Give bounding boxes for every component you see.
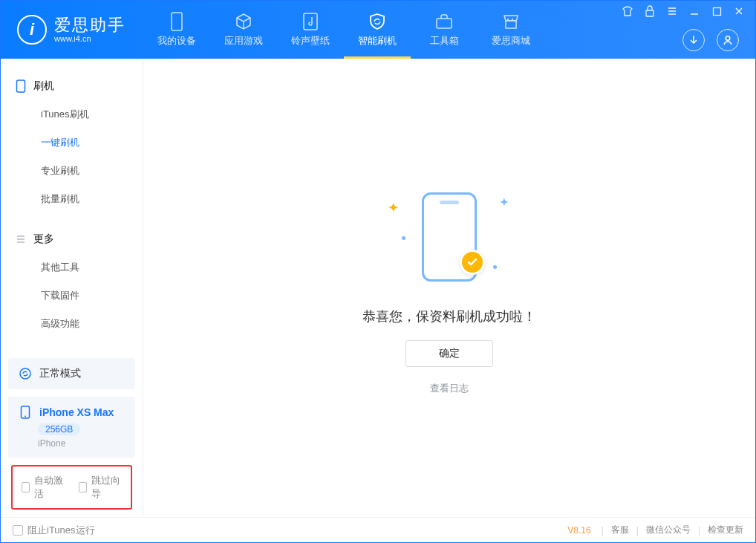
dot-icon [493,265,497,269]
sidebar-section-flash: 刷机 iTunes刷机 一键刷机 专业刷机 批量刷机 [1,66,143,219]
nav-label: 爱思商城 [492,34,530,48]
svg-rect-7 [17,80,25,92]
lock-icon[interactable] [644,5,656,17]
svg-rect-1 [304,13,317,30]
nav-store[interactable]: 爱思商城 [478,1,544,59]
svg-rect-3 [506,21,516,28]
nav-smart-flash[interactable]: 智能刷机 [344,1,411,59]
options-highlight-box: 自动激活 跳过向导 [11,465,132,510]
svg-point-8 [20,368,30,379]
svg-rect-4 [646,10,654,16]
device-card[interactable]: iPhone XS Max 256GB iPhone [8,397,135,458]
header: i 爱思助手 www.i4.cn 我的设备 应用游戏 铃声壁纸 智能刷机 [1,1,755,59]
sync-icon [19,367,32,380]
nav-label: 我的设备 [157,34,196,48]
sidebar-item-oneclick-flash[interactable]: 一键刷机 [1,129,143,157]
checkbox-icon [79,482,87,492]
nav-label: 智能刷机 [358,34,397,48]
sidebar-item-advanced[interactable]: 高级功能 [1,310,143,338]
music-note-icon [301,12,320,31]
nav-label: 应用游戏 [224,34,263,48]
checkbox-skip-guide[interactable]: 跳过向导 [79,474,123,501]
sidebar-item-other-tools[interactable]: 其他工具 [1,253,143,282]
download-button[interactable] [682,29,705,51]
main-content: ✦ ✦ 恭喜您，保资料刷机成功啦！ 确定 查看日志 [143,59,755,517]
nav-ringtones-wallpapers[interactable]: 铃声壁纸 [277,1,344,59]
shirt-icon[interactable] [622,5,633,17]
phone-icon [167,12,186,31]
close-icon[interactable] [733,5,745,17]
svg-point-6 [726,36,730,41]
list-icon [16,234,26,244]
sidebar-bottom: 正常模式 iPhone XS Max 256GB iPhone 自动激活 [1,351,143,517]
logo-icon: i [17,15,47,45]
checkbox-label: 阻止iTunes运行 [27,524,95,537]
svg-rect-5 [713,7,720,15]
device-type: iPhone [38,438,125,449]
checkbox-icon [13,525,23,536]
sidebar-heading-more: 更多 [1,225,143,253]
version-label: V8.16 [567,525,590,536]
toolbox-icon [434,12,454,31]
store-icon [501,12,521,31]
device-storage-badge: 256GB [38,423,80,435]
nav-my-device[interactable]: 我的设备 [143,1,210,59]
sidebar-item-pro-flash[interactable]: 专业刷机 [1,157,143,185]
cube-icon [234,12,253,31]
logo[interactable]: i 爱思助手 www.i4.cn [17,15,143,45]
sparkle-icon: ✦ [388,201,398,215]
sidebar-heading-label: 刷机 [33,79,54,93]
body: 刷机 iTunes刷机 一键刷机 专业刷机 批量刷机 更多 其他工具 下载固件 … [1,59,755,517]
maximize-icon[interactable] [711,5,723,17]
success-illustration: ✦ ✦ [375,181,524,293]
footer-link-update[interactable]: 检查更新 [708,524,743,536]
nav-apps-games[interactable]: 应用游戏 [210,1,277,59]
header-right [682,29,739,51]
user-button[interactable] [717,29,739,51]
sidebar-section-more: 更多 其他工具 下载固件 高级功能 [1,219,143,344]
sidebar-item-itunes-flash[interactable]: iTunes刷机 [1,100,143,129]
menu-icon[interactable] [666,5,678,17]
logo-domain: www.i4.cn [54,34,126,43]
minimize-icon[interactable] [688,5,700,17]
window-controls [622,5,745,17]
sidebar-heading-label: 更多 [33,233,54,246]
device-phone-icon [19,406,32,419]
sidebar-heading-flash: 刷机 [1,72,143,100]
svg-rect-2 [437,19,452,28]
logo-name: 爱思助手 [54,16,126,34]
shield-sync-icon [368,12,387,31]
svg-rect-0 [172,13,182,30]
device-name: iPhone XS Max [39,406,114,418]
sidebar-item-batch-flash[interactable]: 批量刷机 [1,185,143,213]
nav-toolbox[interactable]: 工具箱 [411,1,478,59]
footer-link-support[interactable]: 客服 [611,524,629,536]
mode-label: 正常模式 [39,367,81,380]
footer: 阻止iTunes运行 V8.16 | 客服 | 微信公众号 | 检查更新 [1,517,755,542]
ok-button[interactable]: 确定 [405,340,493,367]
plus-icon: ✦ [500,196,509,208]
success-message: 恭喜您，保资料刷机成功啦！ [362,308,536,325]
nav-label: 工具箱 [430,34,459,48]
checkbox-auto-activate[interactable]: 自动激活 [22,474,65,501]
dot-icon [402,236,405,240]
view-log-link[interactable]: 查看日志 [430,382,469,395]
footer-link-wechat[interactable]: 微信公众号 [646,524,691,536]
checkbox-label: 自动激活 [34,474,65,501]
app-window: i 爱思助手 www.i4.cn 我的设备 应用游戏 铃声壁纸 智能刷机 [0,0,756,543]
nav-label: 铃声壁纸 [291,34,330,48]
phone-outline-icon [16,79,26,93]
top-nav: 我的设备 应用游戏 铃声壁纸 智能刷机 工具箱 爱思商城 [143,1,544,59]
sidebar: 刷机 iTunes刷机 一键刷机 专业刷机 批量刷机 更多 其他工具 下载固件 … [1,59,143,517]
checkbox-icon [22,482,30,492]
sidebar-item-download-firmware[interactable]: 下载固件 [1,282,143,310]
svg-point-10 [25,416,26,417]
checkbox-label: 跳过向导 [91,474,122,501]
checkbox-stop-itunes[interactable]: 阻止iTunes运行 [13,524,95,537]
checkmark-badge-icon [460,250,485,275]
mode-card[interactable]: 正常模式 [8,358,135,389]
